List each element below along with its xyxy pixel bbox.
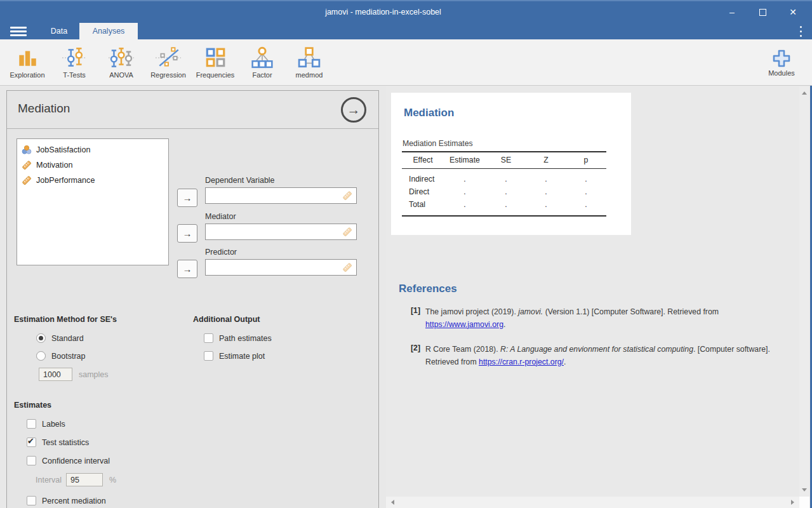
scroll-up-icon[interactable] <box>802 91 807 95</box>
reference-text-part: Retrieved from <box>425 358 479 366</box>
tab-analyses[interactable]: Analyses <box>79 23 138 39</box>
assign-predictor-button[interactable]: → <box>177 260 197 278</box>
reference-line: https://www.jamovi.org. <box>425 319 778 331</box>
scroll-right-icon[interactable] <box>791 500 794 505</box>
checkbox-icon[interactable]: ✔ <box>27 438 36 447</box>
minimize-icon: – <box>729 7 735 17</box>
table-row-direct: Direct . . . . <box>402 185 606 198</box>
table-cell: . <box>486 198 526 216</box>
reference-text-part: . <box>564 358 566 366</box>
table-cell: . <box>444 198 486 216</box>
mediator-field[interactable] <box>205 224 357 240</box>
additional-output-heading: Additional Output <box>193 315 260 324</box>
assign-mediator-button[interactable]: → <box>177 224 197 243</box>
path-estimates-checkbox[interactable]: ✔ Path estimates <box>204 333 272 343</box>
checkbox-icon[interactable]: ✔ <box>27 456 36 465</box>
reference-text: R Core Team (2018). R: A Language and en… <box>425 344 778 368</box>
checkbox-label: Percent mediation <box>42 497 106 505</box>
variable-name: Motivation <box>36 161 72 170</box>
table-cell: . <box>526 198 566 216</box>
column-header: Estimate <box>444 152 486 169</box>
hide-options-button[interactable]: → <box>341 97 366 123</box>
maximize-button[interactable] <box>747 1 778 23</box>
right-arrow-icon: → <box>183 192 192 203</box>
window-controls: – ✕ <box>717 1 808 23</box>
overflow-menu-icon[interactable] <box>797 26 804 37</box>
checkbox-icon[interactable]: ✔ <box>27 496 36 505</box>
checkbox-label: Confidence interval <box>42 457 110 465</box>
variables-list[interactable]: JobSatisfaction Motivation JobPerformanc… <box>17 138 169 265</box>
results-card: Mediation Mediation Estimates Effect Est… <box>391 93 631 235</box>
window-title: jamovi - mediation-in-excel-sobel <box>0 1 766 23</box>
right-arrow-circle-icon: → <box>347 102 361 117</box>
ribbon-item-medmod[interactable]: medmod <box>286 39 333 85</box>
table-cell: . <box>486 185 526 198</box>
samples-label: samples <box>79 370 109 379</box>
checkbox-label: Test statistics <box>42 438 89 447</box>
percent-mediation-checkbox[interactable]: ✔ Percent mediation <box>27 496 106 505</box>
ribbon-item-label: Regression <box>150 71 186 79</box>
close-button[interactable]: ✕ <box>778 1 808 23</box>
table-row-total: Total . . . . <box>402 198 606 216</box>
ribbon-item-frequencies[interactable]: Frequencies <box>192 39 239 85</box>
results-title: Mediation <box>404 107 454 119</box>
predictor-field[interactable] <box>205 259 357 276</box>
scroll-left-icon[interactable] <box>391 500 394 505</box>
assign-dependent-variable-button[interactable]: → <box>177 189 197 207</box>
tab-data-label: Data <box>51 27 67 36</box>
ribbon-item-regression[interactable]: Regression <box>145 39 192 85</box>
dependent-variable-label: Dependent Variable <box>205 176 275 185</box>
table-cell: . <box>526 169 566 186</box>
main-area: Mediation → JobSatisfaction Motivation <box>0 86 812 508</box>
ribbon-item-label: medmod <box>296 71 323 79</box>
mediator-label: Mediator <box>205 212 236 221</box>
checkbox-icon[interactable]: ✔ <box>27 419 36 429</box>
ribbon-item-label: T-Tests <box>63 71 85 79</box>
scroll-down-icon[interactable] <box>802 488 807 491</box>
checkbox-icon[interactable]: ✔ <box>204 351 213 361</box>
standard-radio[interactable]: Standard <box>36 333 84 343</box>
bootstrap-samples-input[interactable] <box>39 368 72 381</box>
variable-item-motivation[interactable]: Motivation <box>17 157 168 173</box>
reference-marker: [1] <box>406 306 425 331</box>
radio-icon[interactable] <box>36 333 46 343</box>
check-icon: ✔ <box>27 436 34 446</box>
minimize-button[interactable]: – <box>717 1 747 23</box>
ribbon-item-factor[interactable]: Factor <box>239 39 286 85</box>
checkbox-label: Estimate plot <box>219 352 265 361</box>
test-statistics-checkbox[interactable]: ✔ Test statistics <box>27 438 89 447</box>
bootstrap-radio[interactable]: Bootstrap <box>36 351 86 361</box>
vertical-scrollbar[interactable] <box>799 86 809 497</box>
ribbon-item-label: Exploration <box>10 71 44 79</box>
confidence-interval-checkbox[interactable]: ✔ Confidence interval <box>27 456 110 465</box>
variable-item-jobperformance[interactable]: JobPerformance <box>17 173 168 188</box>
radio-icon[interactable] <box>36 351 46 361</box>
variable-item-jobsatisfaction[interactable]: JobSatisfaction <box>17 142 168 157</box>
ribbon-item-anova[interactable]: ANOVA <box>98 39 145 85</box>
table-cell: . <box>566 185 606 198</box>
maximize-icon <box>759 9 766 16</box>
ribbon-item-exploration[interactable]: Exploration <box>4 39 51 85</box>
ribbon-item-modules[interactable]: Modules <box>756 39 807 85</box>
checkbox-icon[interactable]: ✔ <box>204 333 213 343</box>
interval-input[interactable] <box>66 473 103 486</box>
reference-text: The jamovi project (2019). jamovi. (Vers… <box>425 306 778 331</box>
tab-data[interactable]: Data <box>42 23 76 39</box>
estimate-plot-checkbox[interactable]: ✔ Estimate plot <box>204 351 265 361</box>
variable-name: JobPerformance <box>36 176 95 185</box>
jamovi-org-link[interactable]: https://www.jamovi.org <box>425 320 503 329</box>
options-panel-header: Mediation → <box>7 91 378 129</box>
t-tests-icon <box>61 46 88 69</box>
cran-r-project-link[interactable]: https://cran.r-project.org/ <box>479 358 564 366</box>
ribbon-item-label: Factor <box>252 71 272 79</box>
checkbox-label: Labels <box>42 420 65 429</box>
dependent-variable-field[interactable] <box>205 187 357 204</box>
ribbon-item-ttests[interactable]: T-Tests <box>51 39 98 85</box>
hamburger-menu-icon[interactable] <box>10 27 27 36</box>
labels-checkbox[interactable]: ✔ Labels <box>27 419 65 429</box>
reference-text-part: . <box>503 320 505 329</box>
mediation-options-panel: Mediation → JobSatisfaction Motivation <box>6 90 379 508</box>
reference-item-2: [2] R Core Team (2018). R: A Language an… <box>406 344 787 368</box>
nominal-variable-icon <box>22 145 32 155</box>
horizontal-scrollbar[interactable] <box>386 497 799 508</box>
